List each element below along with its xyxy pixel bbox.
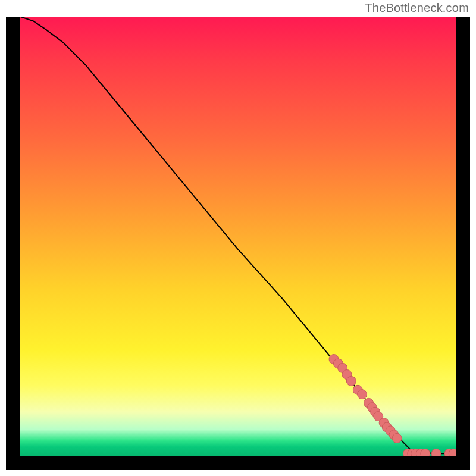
attribution-text: TheBottleneck.com	[365, 1, 469, 15]
data-marker	[346, 377, 356, 386]
chart-overlay	[20, 17, 456, 456]
bottleneck-curve	[20, 17, 456, 453]
chart-frame: TheBottleneck.com	[0, 0, 476, 476]
curve-layer	[20, 17, 456, 453]
data-marker	[358, 390, 367, 399]
plot-area	[20, 17, 456, 456]
plot-black-border	[6, 17, 470, 470]
marker-layer	[329, 355, 456, 456]
data-marker	[421, 449, 430, 456]
data-marker	[392, 434, 402, 443]
data-marker	[431, 449, 441, 456]
